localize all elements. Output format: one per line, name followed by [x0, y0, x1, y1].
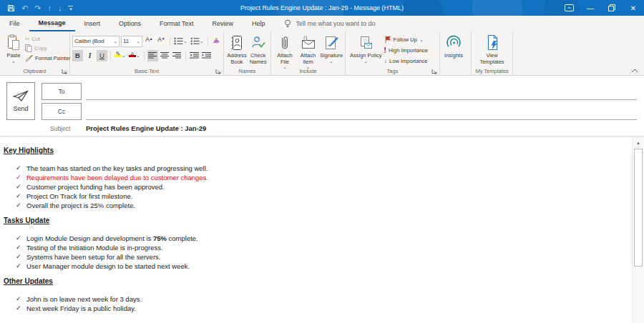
tab-message[interactable]: Message [29, 16, 75, 31]
scroll-up-icon[interactable]: ▲ [633, 137, 644, 148]
grow-font-button[interactable]: A▲ [144, 36, 155, 47]
ribbon-display-options-icon[interactable] [558, 0, 580, 16]
section-tasks-update: Tasks Update ✓Login Module Design and de… [4, 217, 632, 271]
align-left-button[interactable] [147, 50, 158, 61]
minimize-icon[interactable]: — [580, 0, 601, 16]
list-item: ✓Login Module Design and development is … [4, 234, 632, 243]
decrease-indent-button[interactable] [189, 50, 200, 61]
group-label-my-templates: My Templates [472, 67, 512, 75]
format-painter-icon [25, 54, 33, 62]
font-size-select[interactable]: 11⌄ [121, 36, 142, 47]
section-heading: Tasks Update [4, 217, 632, 224]
close-icon[interactable]: ✕ [623, 0, 644, 16]
attach-file-button[interactable]: Attach File ⌄ [273, 34, 296, 70]
assign-policy-button[interactable]: Assign Policy ⌄ [348, 34, 384, 64]
group-label-clipboard: Clipboard [0, 67, 69, 75]
clipboard-dialog-launcher-icon[interactable] [62, 69, 67, 74]
numbering-icon [190, 37, 200, 45]
address-book-button[interactable]: Address Book [226, 34, 248, 66]
send-button[interactable]: Send [6, 82, 35, 120]
tab-insert[interactable]: Insert [75, 16, 110, 31]
numbering-button[interactable]: ⌄ [190, 36, 205, 47]
window-title: Project Rules Engine Update : Jan-29 - M… [0, 4, 644, 11]
tab-format-text[interactable]: Format Text [150, 16, 203, 31]
save-icon[interactable] [7, 4, 15, 12]
checkmark-icon: ✓ [16, 304, 26, 313]
checkmark-icon: ✓ [16, 243, 26, 252]
paste-clipboard-icon [6, 34, 21, 51]
font-color-button[interactable]: A ⌄ [128, 50, 141, 61]
section-heading: Key Highlights [4, 146, 632, 154]
checkmark-icon: ✓ [16, 201, 26, 210]
cc-button[interactable]: Cc [42, 103, 82, 120]
list-item: ✓Next week Friday is a public holiday. [4, 304, 632, 313]
subject-field[interactable]: Project Rules Engine Update : Jan-29 [86, 124, 206, 132]
attach-item-button[interactable]: Attach Item ⌄ [296, 34, 320, 70]
list-item: ✓Testing of the Initiation Module is in-… [4, 243, 632, 252]
paste-button[interactable]: Paste ⌄ [2, 34, 25, 64]
bold-button[interactable]: B [72, 50, 83, 61]
next-item-icon[interactable]: ↓ [58, 4, 62, 12]
follow-up-flag-icon [384, 36, 391, 44]
undo-icon[interactable]: ↶ [21, 4, 28, 12]
cut-icon: ✂ [25, 36, 29, 42]
cc-field[interactable] [86, 103, 637, 120]
collapse-ribbon-icon[interactable] [631, 69, 638, 73]
group-include: Attach File ⌄ Attach Item ⌄ Signature ⌄ … [271, 31, 346, 75]
low-importance-icon: ↓ [384, 57, 388, 64]
bullets-button[interactable]: ⌄ [173, 36, 188, 47]
font-name-select[interactable]: Calibri (Bod⌄ [72, 36, 119, 47]
cut-button[interactable]: ✂ Cut [25, 36, 71, 42]
tags-dialog-launcher-icon[interactable] [431, 69, 437, 74]
align-center-button[interactable] [160, 50, 170, 61]
checkmark-icon: ✓ [16, 173, 26, 182]
section-heading: Other Updates [4, 277, 632, 285]
signature-button[interactable]: Signature ⌄ [320, 34, 343, 64]
restore-icon[interactable] [601, 0, 623, 16]
high-importance-button[interactable]: ! High Importance [384, 46, 428, 54]
copy-button[interactable]: Copy [25, 44, 71, 52]
window-controls: — ✕ [558, 0, 644, 16]
basic-text-dialog-launcher-icon[interactable] [215, 69, 221, 74]
list-item: ✓User Manager module design to be starte… [4, 262, 632, 271]
check-names-button[interactable]: Check Names [248, 34, 268, 66]
quick-access-toolbar: ↶ ↷ ↑ ↓ ▾ [7, 4, 73, 12]
to-button[interactable]: To [42, 83, 82, 100]
group-basic-text: Calibri (Bod⌄ 11⌄ A▲ A▼ ⌄ ⌄ [70, 31, 224, 75]
vertical-scrollbar[interactable]: ▲ [632, 137, 644, 323]
clear-formatting-button[interactable]: A [211, 36, 222, 47]
tab-help[interactable]: Help [243, 16, 275, 31]
customize-quick-access-icon[interactable]: ▾ [68, 6, 73, 11]
list-item: ✓Requirements have been delayed due to c… [4, 173, 632, 182]
message-body-editor[interactable]: Key Highlights ✓The team has started on … [0, 137, 632, 323]
signature-icon [323, 34, 339, 51]
previous-item-icon[interactable]: ↑ [47, 4, 52, 12]
redo-icon[interactable]: ↷ [34, 4, 41, 12]
tab-file[interactable]: File [0, 16, 29, 31]
scrollbar-thumb[interactable] [634, 149, 643, 267]
tell-me-box[interactable]: Tell me what you want to do [284, 16, 375, 31]
insights-button[interactable]: Insights [442, 34, 465, 60]
to-field[interactable] [86, 83, 637, 100]
tell-me-label: Tell me what you want to do [296, 20, 375, 27]
increase-indent-button[interactable] [201, 50, 212, 61]
chevron-down-icon: ⌄ [136, 39, 140, 44]
paste-dropdown-icon[interactable]: ⌄ [11, 59, 16, 64]
format-painter-button[interactable]: Format Painter [25, 54, 71, 62]
bullets-icon [174, 37, 183, 45]
view-templates-button[interactable]: View Templates [474, 34, 510, 66]
subject-label: Subject [50, 125, 70, 132]
follow-up-button[interactable]: Follow Up ⌄ [384, 36, 428, 44]
address-book-icon [230, 34, 243, 51]
section-other-updates: Other Updates ✓John is on leave next wee… [4, 277, 632, 313]
text-highlight-button[interactable]: ✎ ⌄ [114, 50, 127, 61]
align-right-button[interactable] [172, 50, 182, 61]
shrink-font-button[interactable]: A▼ [156, 36, 167, 47]
group-label-basic-text: Basic Text [70, 67, 223, 75]
underline-button[interactable]: U [97, 50, 107, 61]
tab-options[interactable]: Options [109, 16, 150, 31]
low-importance-button[interactable]: ↓ Low Importance [384, 57, 428, 64]
italic-button[interactable]: I [84, 50, 95, 61]
tab-review[interactable]: Review [203, 16, 243, 31]
ribbon-spacer [513, 31, 644, 75]
